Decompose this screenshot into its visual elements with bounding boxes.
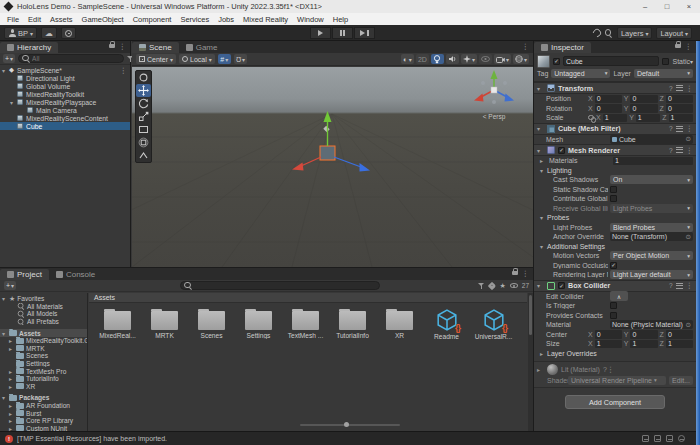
tab-game[interactable]: Game (179, 42, 225, 53)
project-scrollbar[interactable] (528, 293, 533, 431)
project-search[interactable] (180, 281, 380, 290)
size-z-field[interactable]: 1 (666, 340, 693, 349)
fold-closed-icon[interactable] (540, 157, 547, 164)
scale-tool-button[interactable] (136, 110, 151, 123)
probes-section[interactable]: Probes (534, 213, 696, 223)
panel-menu-icon[interactable] (119, 35, 127, 53)
tree-package-item[interactable]: AR Foundation (0, 402, 87, 410)
center-z-field[interactable]: 0 (666, 330, 693, 339)
component-menu-icon[interactable] (607, 366, 615, 373)
materials-count-field[interactable]: 1 (613, 157, 693, 166)
fold-open-icon[interactable] (2, 67, 9, 74)
size-x-field[interactable]: 1 (595, 340, 622, 349)
favorites-item[interactable]: Favorites (0, 295, 87, 303)
gizmos-dropdown[interactable] (513, 54, 529, 64)
transform-component-header[interactable]: Transform ? (534, 82, 696, 94)
light-probes-dropdown[interactable]: Blend Probes (610, 223, 693, 232)
anchor-override-field[interactable]: None (Transform) (610, 232, 693, 241)
panel-menu-icon[interactable] (685, 35, 693, 53)
move-tool-button[interactable] (136, 84, 151, 97)
fold-open-icon[interactable] (10, 99, 17, 106)
project-grid-item[interactable]: XR (377, 308, 422, 340)
hierarchy-search[interactable] (18, 54, 124, 63)
build-status-icon[interactable] (666, 435, 673, 442)
tree-folder-item[interactable]: Settings (0, 360, 87, 368)
search-by-type-icon[interactable] (478, 282, 485, 289)
menu-assets[interactable]: Assets (50, 15, 73, 24)
close-button[interactable]: × (678, 0, 700, 13)
fold-closed-icon[interactable] (9, 383, 16, 390)
fold-closed-icon[interactable] (9, 410, 16, 417)
preset-icon[interactable] (676, 283, 683, 289)
search-by-label-icon[interactable] (488, 281, 496, 289)
constrain-proportions-icon[interactable] (588, 115, 594, 121)
project-grid-item[interactable]: TextMesh ... (283, 308, 328, 340)
rotate-tool-button[interactable] (136, 97, 151, 110)
tab-hierarchy[interactable]: Hierarchy (0, 42, 58, 53)
tree-folder-item[interactable]: TutorialInfo (0, 375, 87, 383)
tab-inspector[interactable]: Inspector (534, 42, 591, 53)
lighting-toggle-button[interactable] (431, 54, 444, 64)
fold-open-icon[interactable] (2, 330, 9, 337)
fold-open-icon[interactable] (537, 125, 544, 132)
fold-closed-icon[interactable] (9, 345, 16, 352)
package-status-icon[interactable] (654, 435, 661, 442)
move-gizmo-x-axis[interactable] (301, 157, 321, 166)
panel-menu-icon[interactable] (522, 35, 530, 53)
component-menu-icon[interactable] (686, 281, 694, 290)
lighting-section[interactable]: Lighting (534, 166, 696, 176)
mesh-renderer-enabled-checkbox[interactable] (558, 147, 565, 154)
mesh-object-field[interactable]: Cube (610, 135, 693, 144)
project-search-input[interactable] (194, 282, 376, 289)
favorite-search-item[interactable]: All Materials (0, 303, 87, 311)
help-icon[interactable]: ? (669, 147, 673, 154)
custom-tool-button[interactable] (136, 149, 151, 162)
tab-console[interactable]: Console (49, 269, 102, 280)
fold-open-icon[interactable] (540, 167, 547, 174)
preset-icon[interactable] (676, 126, 683, 132)
fold-open-icon[interactable] (540, 243, 547, 250)
menu-jobs[interactable]: Jobs (218, 15, 234, 24)
tag-dropdown[interactable]: Untagged (551, 69, 610, 78)
fold-closed-icon[interactable] (9, 417, 16, 424)
hierarchy-item[interactable]: Directional Light (0, 74, 130, 82)
2d-toggle-button[interactable]: 2D (416, 54, 429, 64)
grid-visibility-button[interactable] (218, 54, 231, 64)
mesh-filter-component-header[interactable]: Cube (Mesh Filter) ? (534, 123, 696, 135)
hierarchy-item[interactable]: MixedRealitySceneContent (0, 114, 130, 122)
menu-help[interactable]: Help (333, 15, 348, 24)
scene-options-icon[interactable] (120, 66, 131, 75)
hierarchy-search-input[interactable] (32, 55, 120, 62)
project-grid-item[interactable]: Readme (424, 308, 469, 340)
additional-settings-section[interactable]: Additional Settings (534, 242, 696, 252)
menu-file[interactable]: File (7, 15, 19, 24)
fold-open-icon[interactable] (537, 85, 544, 92)
activity-status-icon[interactable] (678, 435, 685, 442)
menu-edit[interactable]: Edit (28, 15, 41, 24)
favorite-search-item[interactable]: All Models (0, 310, 87, 318)
rotation-z-field[interactable]: 0 (666, 104, 693, 113)
hierarchy-item[interactable]: MixedRealityToolkit (0, 90, 130, 98)
tree-package-item[interactable]: Core RP Library (0, 417, 87, 425)
tool-handle-position-dropdown[interactable]: Center (136, 54, 176, 64)
project-grid-item[interactable]: MRTK (142, 308, 187, 340)
dynamic-occlusion-checkbox[interactable] (610, 262, 617, 269)
search-icon[interactable] (605, 29, 613, 37)
status-message[interactable]: [TMP Essential Resources] have been impo… (17, 435, 167, 442)
lock-icon[interactable] (512, 271, 518, 275)
active-checkbox[interactable] (553, 58, 560, 65)
scene-viewport[interactable]: < Persp (132, 67, 533, 267)
scale-z-field[interactable]: 1 (669, 114, 693, 123)
project-grid-item[interactable]: Settings (236, 308, 281, 340)
play-button[interactable] (310, 27, 331, 39)
scale-x-field[interactable]: 1 (603, 114, 627, 123)
fold-closed-icon[interactable] (9, 402, 16, 409)
motion-vectors-dropdown[interactable]: Per Object Motion (610, 251, 693, 260)
cloud-button[interactable] (41, 27, 57, 39)
snap-settings-button[interactable] (234, 54, 247, 64)
preset-icon[interactable] (676, 85, 683, 91)
box-collider-component-header[interactable]: Box Collider ? (534, 280, 696, 292)
static-shadow-checkbox[interactable] (610, 186, 617, 193)
project-grid-item[interactable]: TutorialInfo (330, 308, 375, 340)
tool-handle-rotation-dropdown[interactable]: Local (179, 54, 215, 64)
